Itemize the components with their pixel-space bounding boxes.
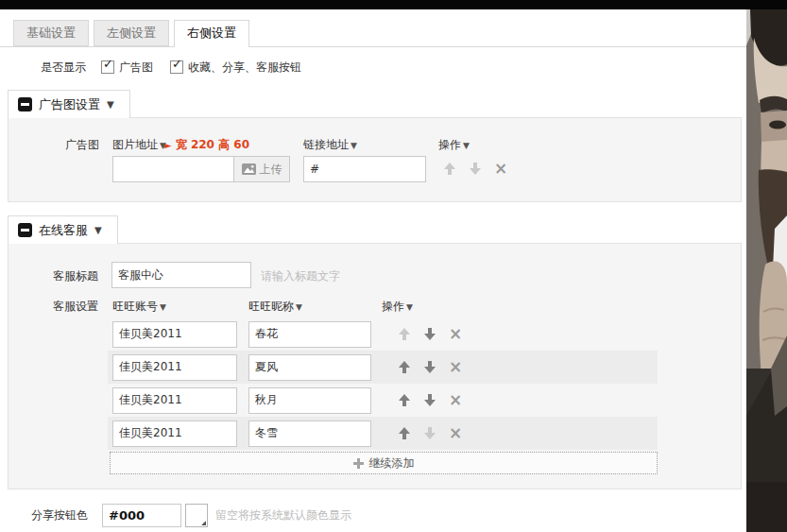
- remove-button[interactable]: ×: [449, 394, 462, 406]
- remove-button[interactable]: ×: [449, 361, 462, 373]
- ad-image-row-label: 广告图: [65, 137, 99, 153]
- upload-button[interactable]: 上传: [233, 157, 289, 181]
- service-section-panel: 客服标题 请输入标题文字 客服设置 旺旺账号▼ 旺旺昵称▼ 操作▼ × ×: [8, 243, 742, 489]
- service-row: ×: [108, 384, 658, 417]
- ops-column-header: 操作▼: [382, 299, 413, 315]
- collapse-icon[interactable]: [18, 97, 32, 112]
- tab-right-settings[interactable]: 右侧设置: [174, 20, 249, 47]
- account-input[interactable]: [112, 354, 237, 381]
- remove-button[interactable]: ×: [494, 163, 507, 175]
- account-input[interactable]: [112, 321, 237, 348]
- fav-share-service-checkbox[interactable]: ✓: [170, 60, 183, 74]
- move-down-button[interactable]: [469, 163, 482, 175]
- check-icon: ✓: [103, 58, 113, 71]
- nickname-input[interactable]: [248, 321, 371, 348]
- right-settings-page: 基础设置 左侧设置 右侧设置 是否显示 ✓ 广告图 ✓ 收藏、分享、客服按钮 广…: [0, 0, 787, 532]
- background-portrait-photo: [746, 9, 787, 532]
- ad-image-checkbox-label: 广告图: [119, 60, 153, 76]
- settings-tabs: 基础设置 左侧设置 右侧设置: [13, 20, 249, 47]
- image-size-hint: ►宽 220 高 60: [164, 137, 249, 153]
- row-ops: ×: [398, 328, 462, 340]
- fav-share-service-checkbox-label: 收藏、分享、客服按钮: [188, 60, 301, 76]
- collapse-icon[interactable]: [18, 223, 32, 237]
- ad-section-title: 广告图设置: [39, 96, 100, 113]
- ops-column-header: 操作▼: [438, 137, 470, 153]
- share-color-row: 分享按钮色 留空将按系统默认颜色显示: [31, 504, 351, 527]
- chevron-down-icon: ▼: [351, 141, 357, 150]
- move-up-button[interactable]: [398, 394, 411, 406]
- service-section-header[interactable]: 在线客服 ▼: [8, 215, 118, 244]
- color-swatch-picker[interactable]: [185, 504, 208, 527]
- row-ops: ×: [398, 394, 462, 406]
- move-up-button[interactable]: [398, 361, 411, 373]
- tab-left-settings[interactable]: 左侧设置: [94, 20, 169, 46]
- ad-section-header[interactable]: 广告图设置 ▼: [8, 90, 130, 118]
- account-column-header: 旺旺账号▼: [112, 299, 166, 315]
- chevron-down-icon: ▼: [463, 141, 470, 150]
- check-icon: ✓: [172, 58, 182, 71]
- remove-button[interactable]: ×: [449, 427, 462, 439]
- add-row-button[interactable]: 继续添加: [110, 452, 658, 474]
- row-ops: ×: [398, 361, 462, 373]
- nickname-input[interactable]: [248, 420, 371, 447]
- display-toggle-row: 是否显示 ✓ 广告图 ✓ 收藏、分享、客服按钮: [41, 59, 318, 76]
- service-row: ×: [108, 351, 658, 384]
- ad-section-panel: 广告图 图片地址▼ ►宽 220 高 60 链接地址▼ 操作▼ 上传 ×: [8, 117, 742, 202]
- image-url-group: 上传: [112, 156, 290, 182]
- ad-image-checkbox[interactable]: ✓: [101, 60, 114, 74]
- image-url-input[interactable]: [113, 157, 233, 181]
- image-icon: [242, 163, 256, 175]
- service-row: ×: [108, 417, 658, 450]
- link-url-input[interactable]: [303, 156, 426, 182]
- service-row: ×: [108, 317, 658, 351]
- chevron-down-icon: ▼: [94, 225, 102, 235]
- top-black-bar: [0, 0, 787, 9]
- row-ops: ×: [398, 427, 462, 439]
- move-up-button[interactable]: [398, 328, 411, 340]
- service-title-label: 客服标题: [53, 268, 98, 284]
- chevron-down-icon: ▼: [160, 302, 166, 312]
- share-color-input[interactable]: [102, 504, 181, 527]
- remove-button[interactable]: ×: [449, 328, 462, 340]
- chevron-down-icon: ▼: [107, 99, 114, 110]
- account-input[interactable]: [112, 420, 237, 447]
- move-down-button[interactable]: [423, 361, 436, 373]
- move-down-button[interactable]: [423, 427, 436, 439]
- ad-ops: ×: [443, 163, 507, 175]
- tab-basic-settings[interactable]: 基础设置: [13, 20, 89, 46]
- link-url-column-header: 链接地址▼: [303, 137, 357, 153]
- chevron-down-icon: ▼: [296, 302, 302, 312]
- account-input[interactable]: [112, 387, 237, 414]
- move-up-button[interactable]: [443, 163, 456, 175]
- service-section-title: 在线客服: [39, 222, 88, 239]
- display-row-label: 是否显示: [41, 60, 86, 76]
- service-title-hint: 请输入标题文字: [261, 268, 340, 284]
- chevron-down-icon: ▼: [406, 302, 413, 312]
- arrow-right-icon: ►: [164, 140, 172, 150]
- move-down-button[interactable]: [423, 394, 436, 406]
- share-color-hint: 留空将按系统默认颜色显示: [215, 507, 351, 523]
- add-row-button-label: 继续添加: [369, 455, 415, 472]
- service-rows: × × × ×: [108, 317, 658, 450]
- move-up-button[interactable]: [398, 427, 411, 439]
- share-color-label: 分享按钮色: [31, 507, 88, 523]
- upload-button-label: 上传: [260, 162, 282, 178]
- nickname-input[interactable]: [248, 387, 371, 414]
- service-title-input[interactable]: [111, 262, 251, 288]
- service-settings-label: 客服设置: [53, 299, 98, 315]
- move-down-button[interactable]: [423, 328, 436, 340]
- nickname-input[interactable]: [248, 354, 371, 381]
- image-url-column-header: 图片地址▼: [112, 137, 166, 153]
- nickname-column-header: 旺旺昵称▼: [248, 299, 302, 315]
- plus-icon: [353, 458, 364, 469]
